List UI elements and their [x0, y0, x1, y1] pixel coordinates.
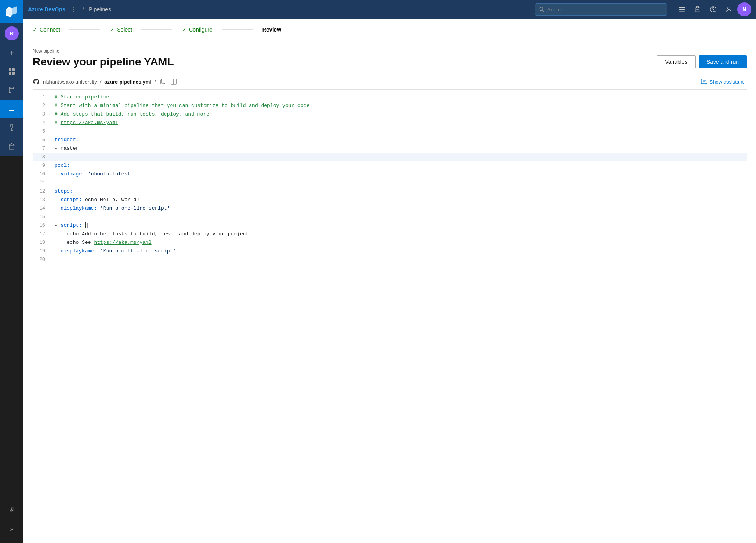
show-assistant-button[interactable]: Show assistant [698, 77, 747, 86]
configure-check-icon: ✓ [182, 26, 186, 33]
select-check-icon: ✓ [110, 26, 114, 33]
wizard-step-connect[interactable]: ✓ Connect [33, 26, 69, 33]
active-tab-underline [262, 39, 290, 39]
wizard-sep-1 [69, 29, 100, 30]
wizard-sep-2 [141, 29, 172, 30]
topnav-icons: N [675, 2, 751, 16]
code-line-13: 13 - script: echo Hello, world! [33, 196, 747, 204]
code-line-1: 1 # Starter pipeline [33, 93, 747, 102]
code-line-4: 4 # https://aka.ms/yaml [33, 119, 747, 127]
wizard-steps: ✓ Connect ✓ Select ✓ Configure Review [23, 19, 756, 40]
sidebar-item-boards[interactable] [0, 62, 23, 81]
search-input[interactable] [547, 7, 663, 12]
page-content: ✓ Connect ✓ Select ✓ Configure Review Ne… [23, 19, 756, 543]
sidebar-item-pipelines[interactable] [0, 100, 23, 118]
code-line-2: 2 # Start with a minimal pipeline that y… [33, 102, 747, 110]
editor-area: nishants/saxo-university / azure-pipelin… [23, 73, 756, 543]
page-actions: Variables Save and run [657, 55, 747, 68]
svg-rect-18 [695, 8, 700, 12]
settings-icon[interactable] [0, 501, 23, 520]
split-icon[interactable] [171, 79, 177, 85]
save-and-run-button[interactable]: Save and run [699, 55, 747, 68]
breadcrumb-pipelines[interactable]: Pipelines [89, 6, 111, 12]
svg-rect-26 [701, 79, 707, 84]
code-line-3: 3 # Add steps that build, run tests, dep… [33, 110, 747, 119]
sidebar-top: R + [0, 0, 23, 156]
left-sidebar: R + [0, 0, 23, 543]
breadcrumb-sep: ⋮ [70, 6, 76, 13]
page-title: Review your pipeline YAML [33, 56, 174, 68]
app-logo[interactable] [0, 0, 23, 23]
svg-point-13 [540, 7, 543, 11]
code-line-10: 10 vmImage: 'ubuntu-latest' [33, 170, 747, 179]
wizard-step-select[interactable]: ✓ Select [110, 26, 141, 33]
sidebar-item-artifacts[interactable] [0, 137, 23, 156]
svg-rect-3 [12, 72, 15, 75]
svg-rect-0 [9, 68, 11, 71]
svg-rect-16 [679, 9, 685, 10]
marketplace-icon[interactable] [691, 2, 705, 16]
copy-icon[interactable] [160, 79, 166, 85]
code-line-9: 9 pool: [33, 161, 747, 170]
sidebar-item-repos[interactable] [0, 81, 23, 100]
code-line-11: 11 [33, 179, 747, 187]
notifications-icon[interactable] [675, 2, 689, 16]
wizard-sep-3 [222, 29, 253, 30]
wizard-step-review[interactable]: Review [262, 26, 290, 33]
file-sep: / [100, 79, 102, 85]
code-line-12: 12 steps: [33, 187, 747, 196]
svg-rect-23 [162, 79, 165, 83]
main-area: Azure DevOps ⋮ / Pipelines [23, 0, 756, 543]
code-editor[interactable]: 1 # Starter pipeline 2 # Start with a mi… [33, 90, 747, 543]
wizard-step-configure-label: Configure [189, 26, 213, 33]
search-box[interactable] [535, 3, 667, 16]
page-header: New pipeline Review your pipeline YAML V… [23, 40, 756, 73]
svg-rect-11 [9, 145, 14, 149]
help-icon[interactable] [706, 2, 720, 16]
svg-line-14 [543, 10, 544, 12]
svg-point-21 [728, 7, 730, 9]
variables-button[interactable]: Variables [657, 55, 695, 68]
modified-indicator: * [155, 79, 156, 85]
connect-check-icon: ✓ [33, 26, 37, 33]
code-line-6: 6 trigger: [33, 136, 747, 144]
svg-rect-15 [679, 7, 685, 8]
code-line-5: 5 [33, 127, 747, 136]
app-name[interactable]: Azure DevOps [28, 6, 65, 12]
breadcrumb-slash: / [83, 6, 84, 13]
code-line-7: 7 - master [33, 144, 747, 153]
github-icon [33, 78, 40, 85]
user-settings-icon[interactable] [722, 2, 736, 16]
code-line-8: 8 [33, 153, 747, 161]
code-line-16: 16 - script: | [33, 221, 747, 230]
code-line-19: 19 displayName: 'Run a multi-line script… [33, 247, 747, 256]
wizard-step-configure[interactable]: ✓ Configure [182, 26, 222, 33]
code-line-14: 14 displayName: 'Run a one-line script' [33, 204, 747, 213]
collapse-icon[interactable]: » [0, 520, 23, 538]
top-navigation: Azure DevOps ⋮ / Pipelines [23, 0, 756, 19]
code-line-17: 17 echo Add other tasks to build, test, … [33, 230, 747, 238]
wizard-step-connect-label: Connect [40, 26, 60, 33]
page-subtitle: New pipeline [33, 48, 747, 54]
svg-rect-1 [12, 68, 15, 71]
sidebar-item-testplans[interactable] [0, 118, 23, 137]
sidebar-item-add[interactable]: + [0, 44, 23, 62]
project-avatar[interactable]: R [5, 26, 19, 40]
page-title-row: Review your pipeline YAML Variables Save… [33, 55, 747, 68]
yaml-link-1[interactable]: https://aka.ms/yaml [61, 120, 118, 126]
sidebar-bottom: » [0, 501, 23, 543]
repo-path: nishants/saxo-university [43, 79, 97, 85]
show-assistant-label: Show assistant [710, 79, 744, 85]
code-line-20: 20 [33, 256, 747, 264]
code-line-18: 18 echo See https://aka.ms/yaml [33, 238, 747, 247]
svg-point-20 [713, 11, 713, 11]
wizard-step-select-label: Select [117, 26, 132, 33]
user-avatar[interactable]: N [737, 2, 751, 16]
search-icon [539, 7, 544, 12]
svg-point-5 [9, 92, 11, 93]
file-info: nishants/saxo-university / azure-pipelin… [33, 78, 177, 85]
yaml-link-2[interactable]: https://aka.ms/yaml [94, 240, 151, 245]
svg-rect-2 [9, 72, 11, 75]
filename: azure-pipelines.yml [104, 79, 151, 85]
svg-rect-17 [679, 11, 685, 12]
